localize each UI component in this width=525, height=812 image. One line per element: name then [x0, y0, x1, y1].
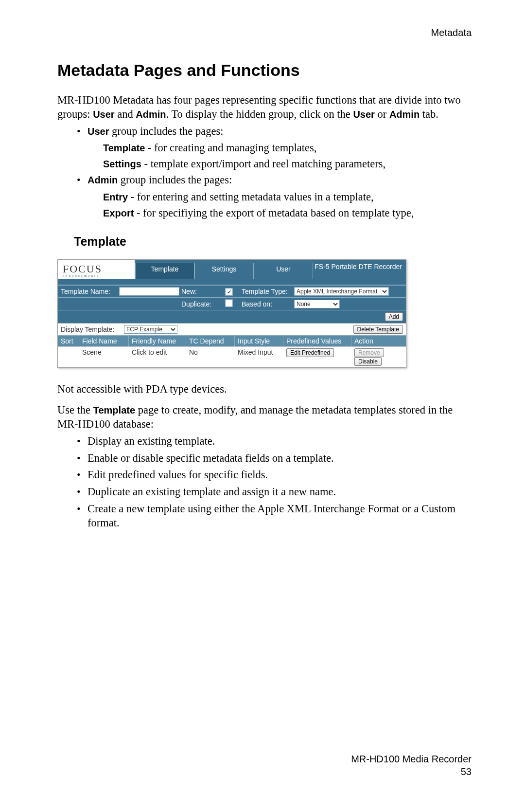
col-sort: Sort [58, 336, 79, 346]
header-category: Metadata [431, 27, 472, 38]
col-predefined: Predefined Values [283, 336, 351, 346]
label-display-template: Display Template: [61, 325, 124, 333]
list-item: Enable or disable specific metadata fiel… [88, 451, 472, 466]
para-bold: Template [93, 405, 135, 415]
sub-bold: Export [103, 208, 134, 218]
edit-predefined-button[interactable]: Edit Predefined [286, 348, 334, 357]
col-tc-depend: TC Depend [186, 336, 235, 346]
intro-text: and [115, 108, 136, 120]
bullet-bold: User [88, 126, 109, 137]
bullet-text: group includes the pages: [109, 125, 223, 137]
list-item: Display an existing template. [88, 434, 472, 449]
intro-text: or [375, 108, 389, 120]
cell-field-name: Scene [79, 347, 129, 367]
cell-sort[interactable] [58, 347, 79, 367]
add-button[interactable]: Add [385, 312, 403, 321]
sub-bold: Template [103, 143, 145, 153]
select-based-on[interactable]: None [294, 300, 340, 308]
bullet-user-group: User group includes the pages: [88, 125, 472, 139]
sub-settings: Settings - template export/import and re… [103, 157, 472, 171]
col-friendly-name: Friendly Name [129, 336, 186, 346]
focus-logo: FOCUS enhancements [58, 260, 135, 279]
intro-text: . To display the hidden group, click on … [166, 108, 353, 120]
sub-template: Template - for creating and managing tem… [103, 141, 472, 155]
col-action: Action [351, 336, 406, 346]
label-duplicate: Duplicate: [181, 300, 225, 308]
list-item: Duplicate an existing template and assig… [88, 485, 472, 499]
intro-bold-user: User [93, 109, 114, 120]
intro-bold-admin-2: Admin [389, 109, 420, 120]
input-template-name[interactable] [119, 287, 179, 296]
cell-input-style: Mixed Input [235, 347, 283, 367]
logo-text: FOCUS [63, 263, 102, 275]
subsection-title: Template [74, 235, 472, 249]
cell-friendly-name[interactable]: Click to edit [129, 347, 186, 367]
cell-action: Remove Disable [351, 347, 406, 367]
select-display-template[interactable]: FCP Example [124, 325, 177, 334]
checkbox-duplicate[interactable] [225, 299, 233, 307]
label-new: New: [181, 288, 225, 295]
logo-tagline: enhancements [63, 274, 135, 278]
delete-template-button[interactable]: Delete Template [353, 325, 403, 334]
para-text: Use the [57, 404, 93, 416]
intro-bold-admin: Admin [136, 109, 166, 120]
cell-tc-depend: No [186, 347, 235, 367]
note-pda: Not accessible with PDA type devices. [57, 382, 472, 397]
sub-text: - for creating and managing templates, [145, 142, 316, 154]
bullet-admin-group: Admin group includes the pages: [88, 173, 472, 187]
sub-entry: Entry - for entering and setting metadat… [103, 190, 472, 204]
list-item: Create a new template using either the A… [88, 502, 472, 530]
disable-button[interactable]: Disable [354, 357, 382, 366]
sub-text: - for specifiying the export of metadata… [134, 207, 414, 219]
intro-bold-user-2: User [353, 109, 374, 120]
page-footer: MR-HD100 Media Recorder 53 [351, 753, 472, 778]
tab-settings[interactable]: Settings [194, 263, 254, 279]
label-template-name: Template Name: [61, 288, 119, 295]
tab-user[interactable]: User [254, 263, 313, 279]
cell-predefined: Edit Predefined [283, 347, 351, 367]
bullet-bold: Admin [88, 175, 118, 185]
intro-paragraph: MR-HD100 Metadata has four pages represe… [57, 93, 472, 122]
bullet-text: group includes the pages: [118, 174, 232, 186]
template-ui-screenshot: FOCUS enhancements Template Settings Use… [57, 259, 406, 368]
tab-template[interactable]: Template [135, 263, 194, 279]
col-field-name: Field Name [79, 336, 129, 346]
footer-page-number: 53 [351, 765, 472, 778]
select-template-type[interactable]: Apple XML Interchange Format [294, 287, 389, 296]
sub-export: Export - for specifiying the export of m… [103, 206, 472, 220]
sub-text: - template export/import and reel matchi… [141, 158, 385, 170]
sub-text: - for entering and setting metadata valu… [128, 191, 373, 203]
label-based-on: Based on: [242, 300, 294, 308]
label-template-type: Template Type: [242, 288, 294, 295]
list-item: Edit predefined values for specific fiel… [88, 468, 472, 482]
template-usage-para: Use the Template page to create, modify,… [57, 403, 472, 432]
footer-title: MR-HD100 Media Recorder [351, 753, 472, 765]
col-input-style: Input Style [235, 336, 283, 346]
intro-text: tab. [420, 108, 438, 120]
table-row: Scene Click to edit No Mixed Input Edit … [58, 346, 406, 367]
table-header: Sort Field Name Friendly Name TC Depend … [58, 335, 406, 346]
checkbox-new[interactable]: ✔ [225, 288, 233, 296]
sub-bold: Entry [103, 192, 128, 202]
page-title: Metadata Pages and Functions [57, 61, 472, 80]
sub-bold: Settings [103, 159, 141, 169]
remove-button[interactable]: Remove [354, 348, 384, 357]
device-label: FS-5 Portable DTE Recorder [313, 260, 406, 279]
